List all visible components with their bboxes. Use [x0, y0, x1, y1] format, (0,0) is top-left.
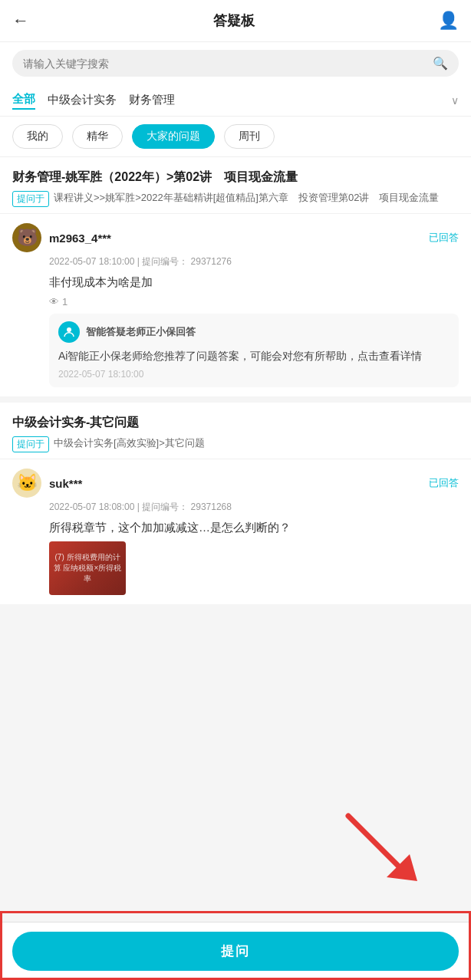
- eye-icon: 👁: [49, 296, 59, 307]
- q1-ai-text: Ai智能正小保老师给您推荐了问题答案，可能会对您有所帮助，点击查看详情: [58, 347, 450, 364]
- svg-point-0: [67, 327, 71, 332]
- svg-marker-2: [387, 854, 417, 881]
- category-item-all[interactable]: 全部: [12, 90, 35, 110]
- content-area: 财务管理-姚军胜（2022年）>第02讲 项目现金流量 提问于 课程讲义>>姚军…: [0, 157, 471, 679]
- q1-user-row: 🐻 m2963_4*** 已回答: [12, 223, 459, 252]
- search-bar: 🔍: [0, 42, 471, 84]
- section2-tag: 提问于: [12, 436, 49, 452]
- q1-view-num: 1: [62, 296, 68, 307]
- q1-no-label: 提问编号：: [142, 256, 188, 267]
- q1-meta: 2022-05-07 18:10:00 | 提问编号： 29371276: [49, 255, 459, 268]
- section1-tag: 提问于: [12, 191, 49, 207]
- q1-ai-time: 2022-05-07 18:10:00: [58, 369, 450, 380]
- arrow-overlay: [333, 808, 425, 888]
- section1-title: 财务管理-姚军胜（2022年）>第02讲 项目现金流量: [12, 168, 459, 186]
- search-icon: 🔍: [433, 56, 448, 71]
- q1-ai-name: 智能答疑老师正小保回答: [86, 325, 196, 339]
- q1-username: m2963_4***: [49, 232, 111, 245]
- svg-line-1: [348, 816, 398, 866]
- q2-image-text: (7) 所得税费用的计算 应纳税额×所得税率: [49, 549, 126, 587]
- q2-no: 29371268: [191, 502, 232, 512]
- q2-content: 所得税章节，这个加加减减这…是怎么判断的？: [49, 518, 459, 537]
- filter-featured[interactable]: 精华: [72, 124, 123, 149]
- bottom-bar: 提问: [0, 922, 471, 980]
- section1-meta-text: 课程讲义>>姚军胜>2022年基础精讲[超值精品]第六章 投资管理第02讲 项目…: [54, 191, 439, 205]
- category-expand-icon[interactable]: ∨: [451, 94, 459, 107]
- filter-weekly[interactable]: 周刊: [224, 124, 275, 149]
- section1-meta: 提问于 课程讲义>>姚军胜>2022年基础精讲[超值精品]第六章 投资管理第02…: [12, 191, 459, 207]
- category-item-finance[interactable]: 财务管理: [129, 91, 175, 109]
- filter-bar: 我的 精华 大家的问题 周刊: [0, 117, 471, 157]
- section2-meta-text: 中级会计实务[高效实验]>其它问题: [54, 436, 205, 450]
- category-bar: 全部 中级会计实务 财务管理 ∨: [0, 84, 471, 117]
- ask-button[interactable]: 提问: [12, 932, 459, 971]
- q2-avatar: 🐱: [12, 469, 41, 498]
- q2-date: 2022-05-07 18:08:00: [49, 502, 134, 512]
- q2-no-label: 提问编号：: [142, 502, 188, 512]
- q1-answered: 已回答: [429, 231, 459, 245]
- q2-image: (7) 所得税费用的计算 应纳税额×所得税率: [49, 541, 126, 595]
- q2-user-row: 🐱 suk*** 已回答: [12, 469, 459, 498]
- search-inner: 🔍: [12, 50, 459, 77]
- q1-ai-header: 智能答疑老师正小保回答: [58, 321, 450, 343]
- back-button[interactable]: ←: [12, 11, 29, 31]
- question-item-2[interactable]: 🐱 suk*** 已回答 2022-05-07 18:08:00 | 提问编号：…: [0, 459, 471, 604]
- red-arrow-icon: [333, 808, 425, 885]
- q2-meta: 2022-05-07 18:08:00 | 提问编号： 29371268: [49, 501, 459, 514]
- q1-date: 2022-05-07 18:10:00: [49, 256, 134, 267]
- q1-avatar: 🐻: [12, 223, 41, 252]
- category-item-intermediate[interactable]: 中级会计实务: [48, 91, 117, 109]
- section2-title: 中级会计实务-其它问题: [12, 413, 459, 432]
- section-card-1: 财务管理-姚军胜（2022年）>第02讲 项目现金流量 提问于 课程讲义>>姚军…: [0, 157, 471, 396]
- q2-user-info: 🐱 suk***: [12, 469, 82, 498]
- filter-mine[interactable]: 我的: [12, 124, 63, 149]
- page-title: 答疑板: [213, 12, 255, 30]
- question-item-1[interactable]: 🐻 m2963_4*** 已回答 2022-05-07 18:10:00 | 提…: [0, 213, 471, 396]
- section2-header: 中级会计实务-其它问题 提问于 中级会计实务[高效实验]>其它问题: [0, 403, 471, 459]
- section1-header: 财务管理-姚军胜（2022年）>第02讲 项目现金流量 提问于 课程讲义>>姚军…: [0, 157, 471, 213]
- q1-ai-reply[interactable]: 智能答疑老师正小保回答 Ai智能正小保老师给您推荐了问题答案，可能会对您有所帮助…: [49, 314, 459, 387]
- q1-no: 29371276: [191, 256, 232, 267]
- section2-meta: 提问于 中级会计实务[高效实验]>其它问题: [12, 436, 459, 452]
- q1-user-info: 🐻 m2963_4***: [12, 223, 111, 252]
- q1-views: 👁 1: [49, 296, 459, 307]
- q2-username: suk***: [49, 477, 82, 490]
- q1-ai-avatar: [58, 321, 80, 343]
- q2-answered: 已回答: [429, 476, 459, 490]
- header: ← 答疑板 👤: [0, 0, 471, 42]
- search-input[interactable]: [23, 58, 433, 70]
- section-card-2: 中级会计实务-其它问题 提问于 中级会计实务[高效实验]>其它问题 🐱 suk*…: [0, 403, 471, 604]
- user-icon[interactable]: 👤: [438, 11, 459, 31]
- q1-content: 非付现成本为啥是加: [49, 273, 459, 291]
- filter-everyone[interactable]: 大家的问题: [132, 124, 215, 149]
